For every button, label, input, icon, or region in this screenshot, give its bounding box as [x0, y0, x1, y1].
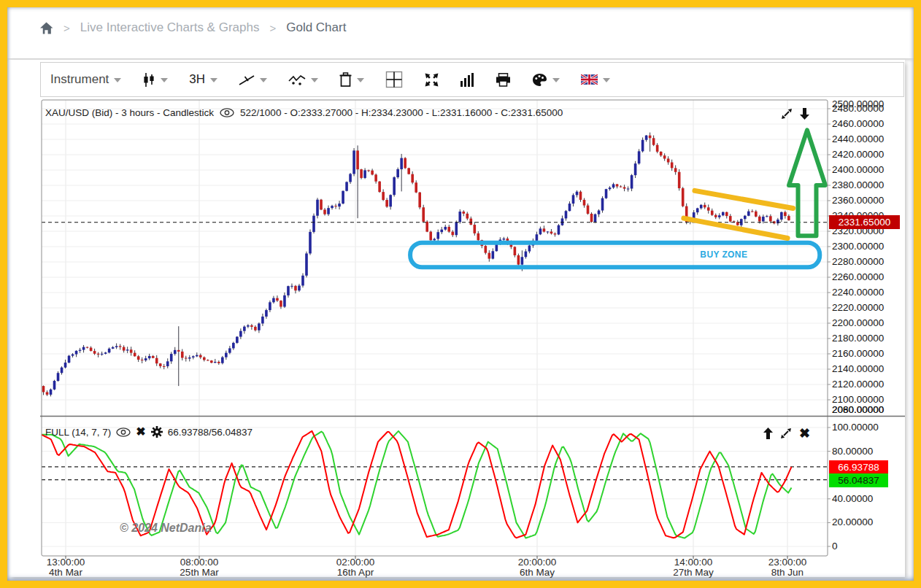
- last-price-badge: 2331.65000: [829, 215, 900, 229]
- pane-move-up-icon[interactable]: [763, 428, 773, 439]
- timeframe-label: 3H: [189, 72, 205, 87]
- breadcrumb: > Live Interactive Charts & Graphs > Gol…: [39, 20, 346, 35]
- instrument-label: Instrument: [50, 72, 109, 87]
- indicator-name: FULL (14, 7, 7): [45, 427, 111, 438]
- indicator-title-bar: FULL (14, 7, 7) ✖ 66.93788/56.04837: [45, 426, 253, 438]
- indicator-remove-icon[interactable]: ✖: [136, 427, 145, 437]
- indicators-icon: [288, 74, 306, 86]
- stoch-d-badge: 56.04837: [829, 473, 888, 487]
- chevron-down-icon: [357, 78, 364, 82]
- indicator-settings-gear-icon[interactable]: [151, 426, 163, 438]
- fullscreen-icon: [424, 72, 439, 88]
- bar-chart-icon: [460, 73, 474, 87]
- chevron-down-icon: [114, 78, 121, 82]
- chevron-down-icon: [210, 78, 217, 82]
- breadcrumb-separator: >: [63, 22, 70, 34]
- timeframe-dropdown[interactable]: 3H: [189, 72, 217, 87]
- fullscreen-button[interactable]: [424, 72, 439, 88]
- uk-flag-icon: [581, 74, 598, 85]
- chart-title-bar: XAU/USD (Bid) - 3 hours - Candlestick 52…: [45, 107, 563, 118]
- buy-zone-label: BUY ZONE: [684, 249, 764, 260]
- trendline-icon: [239, 74, 255, 86]
- candlestick-icon: [142, 72, 155, 88]
- chart-type-dropdown[interactable]: [142, 72, 168, 88]
- indicator-eye-icon[interactable]: [116, 428, 131, 437]
- pane-move-down-icon[interactable]: [800, 108, 809, 120]
- indicators-dropdown[interactable]: [288, 74, 318, 86]
- language-dropdown[interactable]: [581, 74, 610, 85]
- chart-ohlc-stats: 522/1000 - O:2333.27000 - H:2334.23000 -…: [240, 107, 563, 118]
- home-icon[interactable]: [39, 22, 53, 34]
- chevron-down-icon: [603, 78, 610, 82]
- chevron-down-icon: [161, 78, 168, 82]
- indicator-values: 66.93788/56.04837: [168, 427, 253, 438]
- toolbar: Instrument 3H: [40, 62, 904, 97]
- crosshair-button[interactable]: [385, 71, 403, 88]
- chevron-down-icon: [260, 78, 267, 82]
- watermark: © 2024 NetDania: [120, 522, 212, 535]
- stoch-k-badge: 66.93788: [829, 460, 888, 474]
- crosshair-grid-icon: [385, 71, 403, 88]
- theme-dropdown[interactable]: [532, 73, 560, 87]
- drawing-tools-dropdown[interactable]: [239, 74, 267, 86]
- delete-drawings-dropdown[interactable]: [339, 72, 364, 87]
- chevron-down-icon: [311, 78, 318, 82]
- price-pane-controls: [781, 108, 809, 120]
- breadcrumb-link-charts[interactable]: Live Interactive Charts & Graphs: [80, 20, 260, 35]
- visibility-eye-icon[interactable]: [220, 108, 234, 117]
- pane-close-icon[interactable]: ✖: [799, 428, 810, 438]
- pane-expand-icon[interactable]: [781, 108, 793, 120]
- chevron-down-icon: [552, 78, 560, 82]
- instrument-dropdown[interactable]: Instrument: [50, 72, 121, 87]
- volume-button[interactable]: [460, 73, 474, 87]
- print-button[interactable]: [496, 73, 511, 87]
- indicator-pane-controls: ✖: [763, 428, 810, 439]
- breadcrumb-separator-2: >: [269, 22, 276, 34]
- printer-icon: [496, 73, 511, 87]
- pane-expand-icon[interactable]: [780, 428, 792, 439]
- trash-icon: [339, 72, 352, 87]
- chart-title: XAU/USD (Bid) - 3 hours - Candlestick: [45, 107, 214, 118]
- palette-icon: [532, 73, 547, 87]
- breadcrumb-current-gold-chart: Gold Chart: [286, 20, 346, 35]
